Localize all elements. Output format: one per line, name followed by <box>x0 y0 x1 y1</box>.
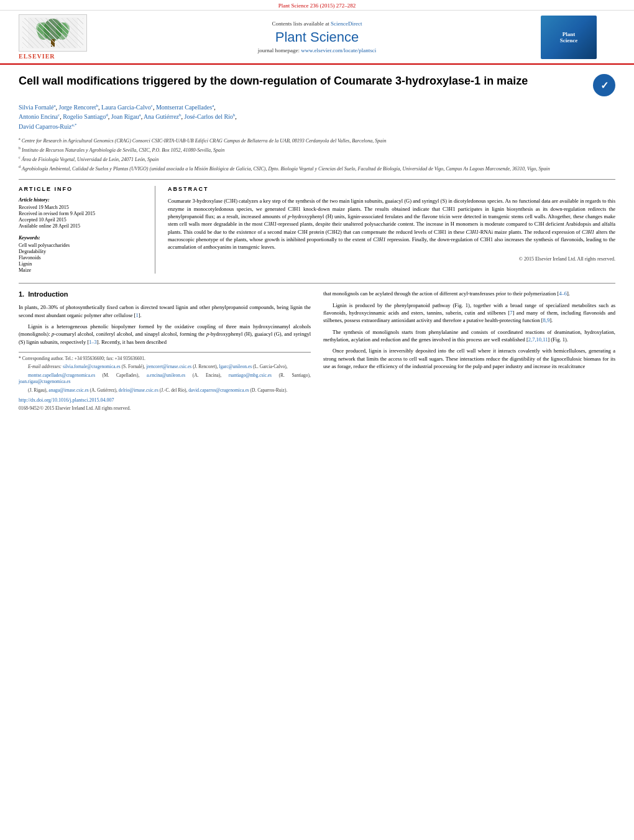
footnote-email-header: E-mail addresses: silvia.fornale@crageno… <box>19 364 311 371</box>
available-date: Available online 28 April 2015 <box>19 223 145 229</box>
email-delrio[interactable]: delrio@irnase.csic.es <box>119 387 158 393</box>
email-gutierrez[interactable]: anagu@irnase.csic.es <box>48 387 88 393</box>
svg-point-2 <box>37 22 50 40</box>
section-divider <box>19 283 615 284</box>
journal-badge-section: PlantScience <box>541 16 615 59</box>
affiliations-section: a Centre for Research in Agricultural Ge… <box>19 136 615 172</box>
section-title: 1. Introduction <box>19 290 311 300</box>
article-history: Article history: Received 19 March 2015 … <box>19 197 145 229</box>
journal-homepage: journal homepage: www.elsevier.com/locat… <box>93 47 541 53</box>
affiliation-d: d Agrobiología Ambiental, Calidad de Sue… <box>19 164 615 172</box>
keyword-2: Degradability <box>19 249 145 254</box>
email-garcia-calvo[interactable]: lgarc@unileon.es <box>219 364 252 369</box>
affiliation-c: c Área de Fisiología Vegetal, Universida… <box>19 155 615 163</box>
elsevier-logo-section: ELSEVIER <box>19 14 93 60</box>
author-rigau: Joan Rigau <box>111 114 139 121</box>
keyword-3: Flavonoids <box>19 255 145 261</box>
affiliation-a: a Centre for Research in Agricultural Ge… <box>19 136 615 144</box>
introduction-section: 1. Introduction In plants, 20–30% of pho… <box>19 290 615 412</box>
body-col-left: 1. Introduction In plants, 20–30% of pho… <box>19 290 311 412</box>
email-rencoret[interactable]: jrencoret@irnase.csic.es <box>146 364 191 369</box>
journal-header: ELSEVIER Contents lists available at Sci… <box>0 11 634 65</box>
intro-para-cont: that monolignols can be acylated through… <box>323 290 615 297</box>
received-revised-date: Received in revised form 9 April 2015 <box>19 211 145 216</box>
svg-point-1 <box>44 19 62 41</box>
journal-title: Plant Science <box>93 29 541 45</box>
affiliation-b: b Instituto de Recursos Naturales y Agro… <box>19 145 615 154</box>
journal-info-center: Contents lists available at ScienceDirec… <box>93 21 541 53</box>
author-caparros-ruiz: David Caparros-Ruiz <box>19 123 71 130</box>
email-rigau[interactable]: joan.rigau@cragenomica.es <box>19 379 71 384</box>
elsevier-wordmark: ELSEVIER <box>19 53 55 60</box>
article-history-label: Article history: <box>19 197 145 203</box>
abstract-column: ABSTRACT Coumarate 3-hydroxylase (C3H) c… <box>168 186 615 274</box>
svg-rect-4 <box>51 39 55 47</box>
article-info-abstract-section: ARTICLE INFO Article history: Received 1… <box>19 179 615 274</box>
footnotes: * Corresponding author. Tel.: +34 935636… <box>19 352 311 412</box>
article-body: Cell wall modifications triggered by the… <box>0 65 634 421</box>
email-fornale[interactable]: silvia.fornale@cragenomica.es <box>63 364 121 369</box>
author-rencoret: Jorge Rencoret <box>59 104 96 111</box>
email-capellades[interactable]: montse.capellades@cragenomica.es <box>28 372 95 378</box>
intro-para-1: In plants, 20–30% of photosynthetically … <box>19 303 311 319</box>
homepage-url[interactable]: www.elsevier.com/locate/plantsci <box>301 47 376 53</box>
author-delrio: José-Carlos del Río <box>185 114 233 121</box>
email-caparros[interactable]: david.caparros@cragenomica.es <box>188 387 249 393</box>
article-info-column: ARTICLE INFO Article history: Received 1… <box>19 186 155 274</box>
abstract-header: ABSTRACT <box>168 186 615 192</box>
author-capellades: Montserrat Capellades <box>156 104 212 111</box>
svg-point-6 <box>61 22 70 35</box>
keywords-label: Keywords: <box>19 235 145 241</box>
intro-para-2: Lignin is a heterogeneous phenolic biopo… <box>19 323 311 346</box>
article-info-header: ARTICLE INFO <box>19 186 145 192</box>
intro-para-4: The synthesis of monolignols starts from… <box>323 328 615 344</box>
keywords-section: Keywords: Cell wall polysaccharides Degr… <box>19 235 145 273</box>
received-date: Received 19 March 2015 <box>19 205 145 210</box>
body-col-right: that monolignols can be acylated through… <box>323 290 615 412</box>
intro-para-3: Lignin is produced by the phenylpropanoi… <box>323 302 615 325</box>
author-fornale: Silvia Fornalé <box>19 104 53 111</box>
svg-point-3 <box>56 22 68 40</box>
author-gutierrez: Ana Gutiérrez <box>144 114 179 121</box>
svg-text:✓: ✓ <box>600 80 609 91</box>
elsevier-logo: ELSEVIER <box>19 14 93 60</box>
keyword-4: Lignin <box>19 261 145 267</box>
sciencedirect-link[interactable]: ScienceDirect <box>331 21 362 27</box>
email-encina[interactable]: a.encina@unileon.es <box>147 372 185 378</box>
page: Plant Science 236 (2015) 272–282 ELSEVI <box>0 0 634 840</box>
footnote-emails-2: montse.capellades@cragenomica.es (M. Cap… <box>19 372 311 385</box>
article-title: Cell wall modifications triggered by the… <box>19 74 587 88</box>
plant-science-badge: PlantScience <box>541 16 597 59</box>
abstract-text: Coumarate 3-hydroxylase (C3H) catalyzes … <box>168 197 615 251</box>
authors-line: Silvia Fornaléa, Jorge Rencoretb, Laura … <box>19 103 615 131</box>
author-encina: Antonio Encina <box>19 114 58 121</box>
crossmark-badge[interactable]: ✓ <box>593 74 615 96</box>
elsevier-tree-image <box>19 14 87 52</box>
keyword-1: Cell wall polysaccharides <box>19 242 145 248</box>
doi-link[interactable]: http://dx.doi.org/10.1016/j.plantsci.201… <box>19 397 311 404</box>
svg-rect-0 <box>28 17 78 48</box>
intro-para-5: Once produced, lignin is irreversibly de… <box>323 347 615 370</box>
footnote-emails-3: (J. Rigau), anagu@irnase.csic.es (A. Gut… <box>19 387 311 394</box>
keyword-5: Maize <box>19 267 145 273</box>
journal-reference: Plant Science 236 (2015) 272–282 <box>0 0 634 11</box>
footnote-corresponding: * Corresponding author. Tel.: +34 935636… <box>19 356 311 362</box>
accepted-date: Accepted 10 April 2015 <box>19 217 145 223</box>
copyright-notice: © 2015 Elsevier Ireland Ltd. All rights … <box>168 256 615 262</box>
author-santiago: Rogelio Santiago <box>63 114 106 121</box>
issn-line: 0168-9452/© 2015 Elsevier Ireland Ltd. A… <box>19 405 311 412</box>
author-garcia-calvo: Laura Garcia-Calvo <box>101 104 151 111</box>
contents-line: Contents lists available at ScienceDirec… <box>93 21 541 27</box>
email-santiago[interactable]: rsantiago@mbg.csic.es <box>229 372 272 378</box>
svg-point-5 <box>36 22 45 35</box>
